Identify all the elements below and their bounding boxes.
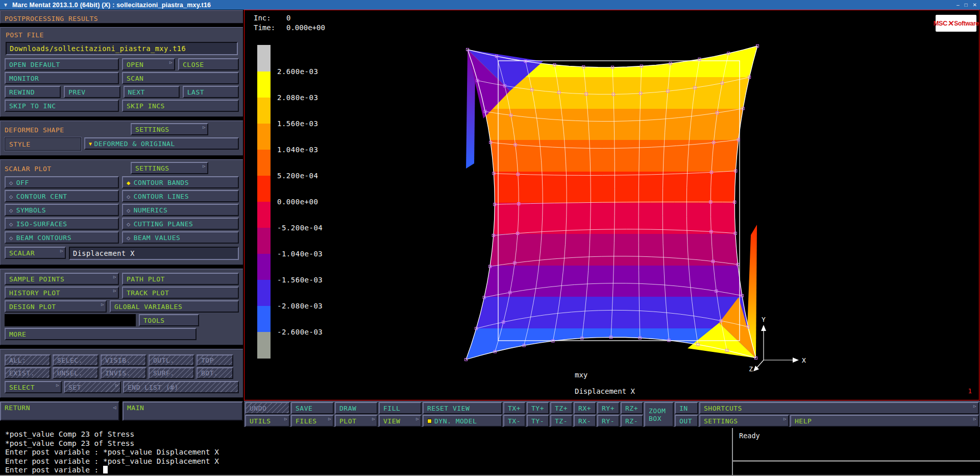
tz-minus-button[interactable]: TZ- bbox=[550, 415, 573, 427]
rz-minus-button[interactable]: RZ- bbox=[621, 415, 643, 427]
window-menu-icon[interactable]: ▼ bbox=[3, 2, 8, 8]
radio-label: OFF bbox=[16, 179, 29, 186]
tz-plus-button[interactable]: TZ+ bbox=[550, 402, 573, 414]
open-button[interactable]: OPEN▷ bbox=[122, 58, 175, 70]
sample-points-button[interactable]: SAMPLE POINTS▷ bbox=[5, 273, 119, 285]
command-console[interactable]: *post_value Comp 23 of Stress*post_value… bbox=[0, 428, 980, 476]
close-button[interactable]: ✕ bbox=[973, 2, 977, 8]
scalar-plot-option[interactable]: CONTOUR CENT bbox=[5, 190, 119, 202]
main-button[interactable]: MAIN bbox=[122, 401, 243, 421]
save-button[interactable]: SAVE bbox=[291, 402, 334, 414]
scalar-plot-settings-button[interactable]: SETTINGS▷ bbox=[131, 162, 208, 174]
zoom-box-button[interactable]: ZOOM BOX bbox=[644, 402, 674, 427]
scan-button[interactable]: SCAN bbox=[122, 72, 239, 84]
deformed-shape-settings-button[interactable]: SETTINGS▷ bbox=[131, 123, 208, 135]
ry-minus-button[interactable]: RY- bbox=[597, 415, 620, 427]
deformed-style-dropdown[interactable]: ▼ DEFORMED & ORIGINAL bbox=[84, 137, 239, 150]
radio-diamond-icon bbox=[127, 179, 134, 186]
console-prompt-line[interactable]: Enter post variable : bbox=[5, 466, 219, 475]
plots-section: SAMPLE POINTS▷ PATH PLOT HISTORY PLOT▷ T… bbox=[0, 269, 243, 345]
scalar-plot-option[interactable]: NUMERICS bbox=[122, 204, 239, 216]
utils-button[interactable]: UTILS▷ bbox=[245, 415, 290, 427]
close-button-post[interactable]: CLOSE bbox=[178, 58, 239, 70]
scalar-plot-option[interactable]: SYMBOLS bbox=[5, 204, 119, 216]
scalar-plot-option[interactable]: CUTTING PLANES bbox=[122, 218, 239, 230]
submenu-arrow-icon: ▷ bbox=[115, 383, 118, 388]
post-file-label: POST FILE bbox=[6, 31, 239, 39]
view-button[interactable]: VIEW▷ bbox=[379, 415, 422, 427]
zoom-out-button[interactable]: OUT bbox=[675, 415, 698, 427]
scalar-value-field[interactable]: Displacement X bbox=[69, 247, 239, 260]
graphics-viewport[interactable]: Inc:0 Time:0.000e+00 MSC ✕ Software 2.60… bbox=[244, 10, 979, 400]
console-line: *post_value Comp 23 of Stress bbox=[5, 430, 219, 439]
reset-view-button[interactable]: RESET VIEW bbox=[423, 402, 502, 414]
radio-label: CONTOUR BANDS bbox=[134, 179, 189, 186]
deformed-mesh-plot[interactable]: Y X Z bbox=[244, 10, 979, 400]
return-button[interactable]: RETURN◁ bbox=[0, 401, 119, 421]
skip-incs-button[interactable]: SKIP INCS bbox=[122, 100, 239, 112]
axis-label-y: Y bbox=[762, 316, 766, 323]
scalar-button[interactable]: SCALAR▷ bbox=[5, 247, 66, 259]
zoom-in-button[interactable]: IN bbox=[675, 402, 698, 414]
scalar-plot-option[interactable]: BEAM CONTOURS bbox=[5, 231, 119, 244]
monitor-button[interactable]: MONITOR bbox=[5, 72, 119, 84]
files-button[interactable]: FILES▷ bbox=[291, 415, 334, 427]
radio-label: ISO-SURFACES bbox=[16, 220, 67, 228]
undo-button: UNDO bbox=[245, 402, 290, 414]
path-plot-button[interactable]: PATH PLOT bbox=[122, 273, 239, 285]
tx-plus-button[interactable]: TX+ bbox=[503, 402, 526, 414]
draw-button[interactable]: DRAW bbox=[335, 402, 378, 414]
rz-plus-button[interactable]: RZ+ bbox=[621, 402, 643, 414]
radio-diamond-icon bbox=[127, 234, 134, 242]
scalar-plot-option[interactable]: ISO-SURFACES bbox=[5, 218, 119, 230]
settings-button[interactable]: SETTINGS▷ bbox=[699, 415, 789, 427]
console-line: Enter post variable : *post_value Displa… bbox=[5, 457, 219, 466]
axis-label-z: Z bbox=[749, 365, 753, 373]
track-plot-button[interactable]: TRACK PLOT bbox=[122, 287, 239, 299]
ry-plus-button[interactable]: RY+ bbox=[597, 402, 620, 414]
dropdown-triangle-icon: ▼ bbox=[89, 141, 92, 147]
submenu-arrow-icon: ▷ bbox=[101, 302, 104, 307]
scalar-plot-section: SCALAR PLOT SETTINGS▷ OFF CONTOUR BANDS … bbox=[0, 159, 243, 265]
next-button[interactable]: NEXT bbox=[124, 86, 180, 98]
scalar-plot-option[interactable]: OFF bbox=[5, 176, 119, 188]
maximize-button[interactable]: □ bbox=[965, 2, 968, 8]
fill-button[interactable]: FILL bbox=[379, 402, 422, 414]
control-panel: POSTPROCESSING RESULTS POST FILE Downloa… bbox=[0, 10, 244, 428]
tx-minus-button[interactable]: TX- bbox=[503, 415, 526, 427]
select-button[interactable]: SELECT▷ bbox=[5, 381, 62, 393]
style-label: STYLE bbox=[5, 137, 81, 151]
last-button[interactable]: LAST bbox=[183, 86, 239, 98]
plot-button[interactable]: PLOT▷ bbox=[335, 415, 378, 427]
open-default-button[interactable]: OPEN DEFAULT bbox=[5, 58, 119, 70]
rx-minus-button[interactable]: RX- bbox=[574, 415, 596, 427]
dyn-model-button[interactable]: DYN. MODEL bbox=[423, 415, 502, 427]
prev-button[interactable]: PREV bbox=[64, 86, 120, 98]
ty-minus-button[interactable]: TY- bbox=[527, 415, 549, 427]
tools-button[interactable]: TOOLS bbox=[139, 314, 199, 326]
more-button[interactable]: MORE bbox=[5, 328, 197, 340]
radio-label: SYMBOLS bbox=[16, 206, 46, 214]
ty-plus-button[interactable]: TY+ bbox=[527, 402, 549, 414]
rx-plus-button[interactable]: RX+ bbox=[574, 402, 596, 414]
design-plot-button[interactable]: DESIGN PLOT▷ bbox=[5, 300, 107, 313]
scalar-plot-option[interactable]: CONTOUR LINES bbox=[122, 190, 239, 202]
scalar-plot-option[interactable]: CONTOUR BANDS bbox=[122, 176, 239, 188]
help-button[interactable]: HELP▷ bbox=[790, 415, 979, 427]
plot-scalar-caption: Displacement X bbox=[575, 387, 635, 395]
minimize-button[interactable]: – bbox=[957, 2, 960, 8]
skip-to-inc-button[interactable]: SKIP TO INC bbox=[5, 100, 119, 112]
rewind-button[interactable]: REWIND bbox=[5, 86, 61, 98]
history-plot-button[interactable]: HISTORY PLOT▷ bbox=[5, 287, 119, 299]
global-variables-button[interactable]: GLOBAL VARIABLES bbox=[110, 300, 239, 313]
radio-label: NUMERICS bbox=[134, 206, 168, 214]
post-file-path-field[interactable]: Downloads/sollecitazioni_piastra_mxy.t16 bbox=[6, 42, 238, 55]
selection-filter-button: BOT. bbox=[197, 367, 233, 379]
submenu-arrow-icon: ▷ bbox=[56, 383, 59, 388]
status-divider bbox=[733, 460, 980, 462]
orientation-triad: Y X Z bbox=[749, 316, 806, 373]
scalar-plot-option[interactable]: BEAM VALUES bbox=[122, 231, 239, 244]
status-area: Ready bbox=[732, 428, 980, 475]
shortcuts-button[interactable]: SHORTCUTS▷ bbox=[699, 402, 979, 414]
end-list-button: END LIST (#) bbox=[123, 381, 239, 393]
